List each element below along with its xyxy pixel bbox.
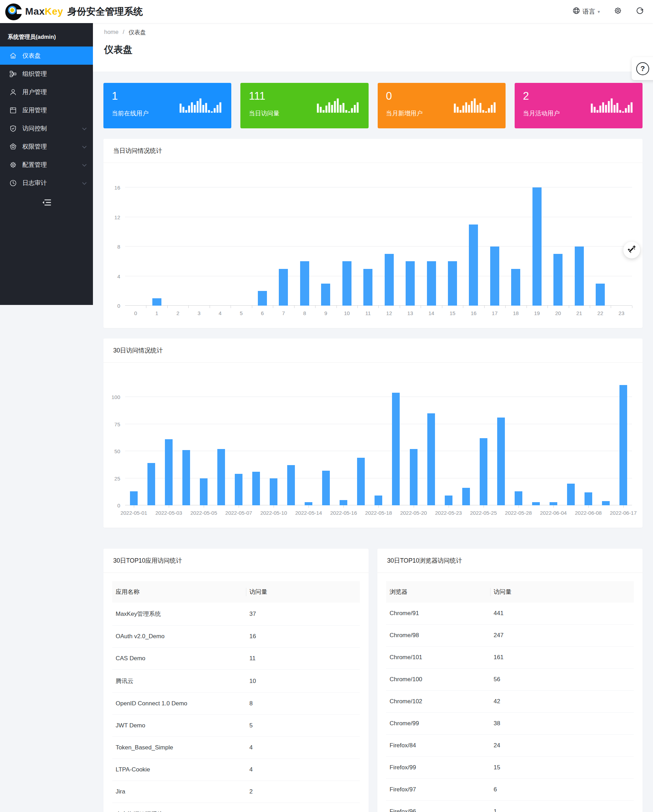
chart-slot: 2022-05-28 bbox=[510, 375, 527, 505]
chart-slot: 2022-05-05 bbox=[195, 375, 212, 505]
mini-bar-chart-icon bbox=[180, 96, 222, 115]
mini-bar-chart-icon bbox=[454, 96, 496, 115]
sidebar-item-label: 应用管理 bbox=[22, 106, 47, 114]
x-axis-tick bbox=[315, 306, 315, 308]
chart-slot: 2022-05-03 bbox=[160, 375, 178, 505]
x-axis-tick bbox=[414, 505, 414, 508]
chart-slot: 2022-05-01 bbox=[125, 375, 143, 505]
chart-slot bbox=[143, 375, 160, 505]
y-axis-tick-label: 50 bbox=[114, 448, 120, 454]
bar bbox=[342, 261, 352, 306]
bar bbox=[427, 413, 435, 506]
chart-slot: 2022-05-18 bbox=[370, 375, 387, 505]
column-header: 浏览器 bbox=[386, 581, 490, 603]
bar bbox=[152, 298, 161, 306]
top-browsers-panel: 30日TOP10浏览器访问统计 浏览器访问量Chrome/91441Chrome… bbox=[377, 549, 642, 812]
x-axis-tick-label: 8 bbox=[303, 310, 306, 316]
table-cell: Firefox/97 bbox=[386, 779, 490, 801]
chart-slot: 6 bbox=[252, 176, 273, 306]
org-icon bbox=[9, 70, 17, 78]
chart-slot: 2022-05-16 bbox=[335, 375, 352, 505]
x-axis-tick bbox=[309, 505, 309, 508]
brand: MaxKey 身份安全管理系统 bbox=[5, 2, 143, 21]
chevron-down-icon bbox=[82, 179, 87, 187]
table-cell: Firefox/84 bbox=[386, 735, 490, 757]
language-menu[interactable]: 语言 ▾ bbox=[572, 7, 600, 16]
sidebar-item-5[interactable]: 权限管理 bbox=[0, 137, 93, 156]
bar bbox=[374, 496, 382, 505]
logout-button[interactable] bbox=[636, 7, 644, 17]
chart-slot: 2022-05-10 bbox=[265, 375, 282, 505]
y-axis-tick-label: 25 bbox=[114, 476, 120, 482]
chevron-down-icon bbox=[82, 161, 87, 169]
logout-icon bbox=[636, 7, 644, 17]
table-row: Chrome/9938 bbox=[386, 713, 634, 735]
help-button[interactable]: ? bbox=[632, 57, 653, 80]
table-cell: Chrome/100 bbox=[386, 669, 490, 691]
table-cell: 1 bbox=[246, 803, 360, 812]
table-row: OpenID Connect 1.0 Demo8 bbox=[112, 693, 360, 715]
chart-slot bbox=[178, 375, 195, 505]
table-cell: 4 bbox=[246, 759, 360, 781]
sidebar-item-label: 用户管理 bbox=[22, 88, 47, 96]
chart-slot: 19 bbox=[527, 176, 548, 306]
chart-panel-daily: 当日访问情况统计 0481216012345678910111213141516… bbox=[104, 139, 642, 328]
maxkey-logo-icon bbox=[5, 2, 23, 21]
table-row: 人力资源管理系统1 bbox=[112, 803, 360, 812]
breadcrumb-home[interactable]: home bbox=[104, 29, 119, 37]
chart-slot: 16 bbox=[463, 176, 484, 306]
x-axis-tick bbox=[463, 306, 463, 308]
top-apps-table: 应用名称访问量MaxKey管理系统37OAuth v2.0_Demo16CAS … bbox=[112, 581, 360, 812]
table-cell: 37 bbox=[246, 603, 360, 626]
x-axis-tick-label: 2022-06-08 bbox=[575, 510, 602, 516]
sidebar-item-0[interactable]: 仪表盘 bbox=[0, 46, 93, 65]
sidebar-item-3[interactable]: 应用管理 bbox=[0, 101, 93, 119]
theme-wand-button[interactable] bbox=[623, 242, 640, 258]
question-mark-icon: ? bbox=[636, 62, 649, 75]
breadcrumb: home / 仪表盘 bbox=[104, 29, 642, 37]
y-axis-tick-label: 12 bbox=[114, 214, 120, 220]
x-axis-tick-label: 17 bbox=[492, 310, 498, 316]
permission-icon bbox=[9, 143, 17, 150]
mini-bar-chart-icon bbox=[317, 96, 359, 115]
bar bbox=[279, 269, 288, 306]
chart-slot: 3 bbox=[188, 176, 209, 306]
sidebar-item-1[interactable]: 组织管理 bbox=[0, 65, 93, 83]
table-cell: MaxKey管理系统 bbox=[112, 603, 246, 626]
x-axis-tick-label: 9 bbox=[324, 310, 327, 316]
sidebar-item-6[interactable]: 配置管理 bbox=[0, 156, 93, 174]
bar bbox=[549, 502, 557, 505]
table-cell: OAuth v2.0_Demo bbox=[112, 626, 246, 648]
bar bbox=[270, 478, 277, 506]
table-cell: 56 bbox=[490, 669, 634, 691]
table-cell: Firefox/99 bbox=[386, 757, 490, 779]
sidebar-item-label: 配置管理 bbox=[22, 160, 47, 169]
table-row: Chrome/10056 bbox=[386, 669, 634, 691]
y-axis-tick-label: 16 bbox=[114, 185, 120, 191]
chart-slot: 2022-05-07 bbox=[230, 375, 247, 505]
user-icon bbox=[9, 88, 17, 96]
stat-card-3: 2当月活动用户 bbox=[514, 83, 642, 128]
chart-slot: 13 bbox=[400, 176, 421, 306]
table-cell: JWT Demo bbox=[112, 715, 246, 737]
chart-slot bbox=[527, 375, 545, 505]
x-axis-tick bbox=[210, 306, 210, 308]
table-cell: 24 bbox=[490, 735, 634, 757]
x-axis-tick bbox=[252, 306, 252, 308]
x-axis-tick bbox=[273, 306, 273, 308]
bar bbox=[183, 450, 190, 505]
sidebar-item-2[interactable]: 用户管理 bbox=[0, 83, 93, 101]
chart-slot bbox=[352, 375, 370, 505]
app-header: MaxKey 身份安全管理系统 语言 ▾ bbox=[0, 0, 653, 23]
x-axis-tick bbox=[400, 306, 400, 308]
column-header: 访问量 bbox=[246, 581, 360, 603]
sidebar-collapse-button[interactable] bbox=[0, 195, 93, 211]
chart-title: 30日访问情况统计 bbox=[104, 339, 642, 363]
x-axis-tick-label: 2022-05-25 bbox=[470, 510, 497, 516]
x-axis-tick-label: 16 bbox=[470, 310, 476, 316]
x-axis-tick-label: 4 bbox=[219, 310, 222, 316]
sidebar-item-4[interactable]: 访问控制 bbox=[0, 119, 93, 137]
bar bbox=[235, 474, 242, 505]
settings-button[interactable] bbox=[614, 7, 622, 17]
sidebar-item-7[interactable]: 日志审计 bbox=[0, 174, 93, 192]
